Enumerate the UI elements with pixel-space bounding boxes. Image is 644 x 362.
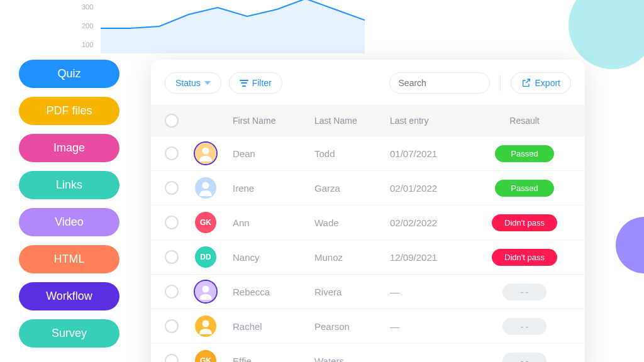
result-badge: - - — [502, 283, 547, 300]
result-badge: Didn't pass — [492, 214, 557, 231]
sidebar-item-html[interactable]: HTML — [19, 245, 119, 273]
avatar: GK — [195, 212, 216, 233]
table-row: DDNancyMunoz12/09/2021Didn't pass — [151, 240, 585, 275]
cell-first-name: Rebecca — [233, 287, 314, 297]
toolbar: Status Filter Export — [151, 72, 585, 105]
svg-point-7 — [203, 286, 209, 293]
decorative-circle-cyan — [569, 0, 644, 69]
svg-point-9 — [203, 321, 209, 327]
row-checkbox[interactable] — [165, 250, 179, 264]
cell-last-entry: 01/07/2021 — [390, 148, 478, 159]
cell-first-name: Ann — [233, 217, 314, 228]
chart-ytick-300: 300 — [82, 3, 93, 11]
cell-last-entry: 12/09/2021 — [390, 252, 478, 263]
avatar — [195, 281, 216, 302]
sidebar-item-image[interactable]: Image — [19, 134, 119, 162]
export-button[interactable]: Export — [511, 72, 571, 94]
row-checkbox[interactable] — [165, 354, 179, 362]
table-body: DeanTodd01/07/2021PassedIreneGarza02/01/… — [151, 136, 585, 362]
cell-last-name: Garza — [314, 183, 390, 194]
cell-first-name: Irene — [233, 183, 314, 194]
cell-last-name: Munoz — [314, 252, 390, 263]
filter-label: Filter — [252, 78, 272, 88]
th-last-entry: Last entry — [390, 116, 478, 126]
export-icon — [521, 78, 531, 88]
svg-point-3 — [203, 148, 209, 155]
filter-icon — [240, 80, 248, 87]
sidebar-item-pdf-files[interactable]: PDF files — [19, 97, 119, 125]
row-checkbox[interactable] — [165, 181, 179, 195]
cell-last-name: Waters — [314, 356, 390, 363]
result-badge: Passed — [495, 145, 554, 162]
cell-last-entry: — — [390, 287, 478, 297]
search-input[interactable] — [399, 78, 509, 88]
sidebar-item-video[interactable]: Video — [19, 208, 119, 236]
table-row: IreneGarza02/01/2022Passed — [151, 171, 585, 206]
result-badge: - - — [502, 318, 547, 335]
chevron-down-icon — [204, 81, 211, 85]
th-result: Resault — [478, 116, 571, 126]
select-all-checkbox[interactable] — [165, 114, 179, 128]
export-label: Export — [535, 78, 560, 88]
cell-last-name: Todd — [314, 148, 390, 159]
cell-last-name: Rivera — [314, 287, 390, 297]
table-row: DeanTodd01/07/2021Passed — [151, 136, 585, 171]
chart-line — [101, 0, 365, 53]
chart-area: 300 200 100 — [82, 0, 365, 57]
status-dropdown[interactable]: Status — [165, 72, 221, 94]
result-badge: - - — [502, 353, 547, 363]
cell-first-name: Effie — [233, 356, 314, 363]
th-last-name: Last Name — [314, 116, 390, 126]
th-first-name: First Name — [233, 116, 314, 126]
filter-button[interactable]: Filter — [229, 72, 282, 94]
row-checkbox[interactable] — [165, 285, 179, 299]
sidebar-item-quiz[interactable]: Quiz — [19, 60, 119, 88]
sidebar-item-workflow[interactable]: Workflow — [19, 282, 119, 310]
avatar — [195, 143, 216, 164]
cell-last-name: Wade — [314, 217, 390, 228]
main-panel: Status Filter Export — [151, 60, 585, 362]
chart-ytick-200: 200 — [82, 22, 93, 30]
cell-last-entry: 02/01/2022 — [390, 183, 478, 194]
table-row: RachelPearson—- - — [151, 309, 585, 344]
row-checkbox[interactable] — [165, 146, 179, 160]
cell-first-name: Nancy — [233, 252, 314, 263]
toolbar-divider — [500, 75, 501, 91]
cell-first-name: Dean — [233, 148, 314, 159]
result-badge: Passed — [495, 180, 554, 197]
sidebar: QuizPDF filesImageLinksVideoHTMLWorkflow… — [19, 60, 119, 356]
avatar: GK — [195, 350, 216, 362]
sidebar-item-survey[interactable]: Survey — [19, 319, 119, 348]
chart-ytick-100: 100 — [82, 41, 93, 48]
row-checkbox[interactable] — [165, 216, 179, 229]
table-row: GKEffieWaters—- - — [151, 344, 585, 362]
status-label: Status — [175, 78, 201, 88]
cell-last-entry: — — [390, 321, 478, 332]
cell-last-name: Pearson — [314, 321, 390, 332]
search-box[interactable] — [389, 72, 490, 94]
results-table: First Name Last Name Last entry Resault … — [151, 105, 585, 362]
cell-last-entry: — — [390, 356, 478, 363]
row-checkbox[interactable] — [165, 319, 179, 333]
result-badge: Didn't pass — [492, 249, 557, 266]
avatar — [195, 315, 216, 337]
table-row: GKAnnWade02/02/2022Didn't pass — [151, 206, 585, 240]
cell-last-entry: 02/02/2022 — [390, 217, 478, 228]
table-row: RebeccaRivera—- - — [151, 275, 585, 309]
avatar: DD — [195, 246, 216, 268]
svg-point-5 — [203, 182, 209, 189]
cell-first-name: Rachel — [233, 321, 314, 332]
decorative-circle-purple — [616, 217, 644, 273]
table-header: First Name Last Name Last entry Resault — [151, 105, 585, 136]
avatar — [195, 177, 216, 199]
sidebar-item-links[interactable]: Links — [19, 171, 119, 199]
